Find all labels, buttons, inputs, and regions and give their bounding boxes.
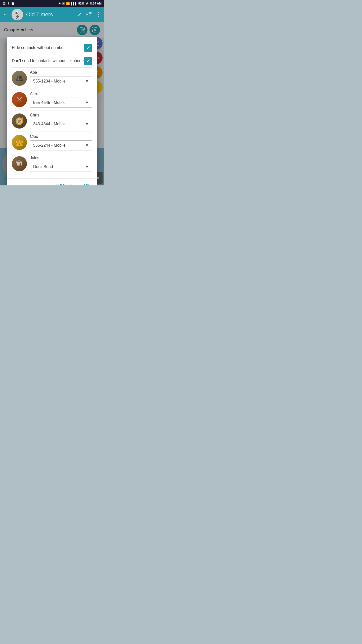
app-bar: ← Old Timers ✓ bbox=[0, 7, 104, 22]
cleo-avatar-face: 👑 bbox=[12, 135, 27, 150]
group-avatar bbox=[12, 9, 23, 20]
app-bar-actions: ✓ ⋮ bbox=[77, 11, 101, 18]
abe-phone-dropdown[interactable]: 555-1234 - Mobile ▼ bbox=[30, 76, 92, 86]
abe-dropdown-arrow: ▼ bbox=[85, 79, 89, 84]
contact-avatar-chris: 🧭 bbox=[12, 113, 27, 129]
svg-point-1 bbox=[15, 11, 19, 15]
chris-phone-value: 343-4344 - Mobile bbox=[33, 122, 66, 126]
chris-dropdown-arrow: ▼ bbox=[85, 122, 89, 126]
jules-dropdown-arrow: ▼ bbox=[85, 165, 89, 169]
send-options-modal: Hide contacts without number ✓ Don't sen… bbox=[7, 37, 97, 185]
contact-avatar-alex: ⚔ bbox=[12, 92, 27, 107]
avatar-svg bbox=[12, 9, 23, 20]
list-view-button[interactable] bbox=[86, 12, 92, 18]
background-content: Group Members bbox=[0, 22, 104, 185]
photo-icon: 🖼 bbox=[3, 2, 6, 5]
contact-row-alex: ⚔ Alex 555-4545 - Mobile ▼ bbox=[12, 89, 92, 110]
nfc-icon: N bbox=[62, 2, 65, 5]
clipboard-icon: 📋 bbox=[11, 2, 15, 5]
contact-name-alex: Alex bbox=[30, 92, 92, 96]
modal-overlay: Hide contacts without number ✓ Don't sen… bbox=[0, 22, 104, 185]
hide-contacts-label: Hide contacts without number bbox=[12, 45, 84, 51]
abe-phone-value: 555-1234 - Mobile bbox=[33, 79, 66, 84]
contact-info-cleo: Cleo 555-2244 - Mobile ▼ bbox=[30, 134, 92, 150]
cancel-button[interactable]: CANCEL bbox=[54, 182, 76, 185]
contact-info-jules: Jules Don't Send ▼ bbox=[30, 156, 92, 172]
contact-row-chris: 🧭 Chris 343-4344 - Mobile ▼ bbox=[12, 110, 92, 132]
signal-icon: ▌▌▌ bbox=[71, 2, 77, 5]
download-icon: ⬇ bbox=[7, 2, 10, 5]
back-button[interactable]: ← bbox=[3, 11, 9, 18]
contact-info-chris: Chris 343-4344 - Mobile ▼ bbox=[30, 113, 92, 129]
page-title: Old Timers bbox=[26, 11, 74, 18]
svg-point-5 bbox=[18, 12, 19, 13]
chris-avatar-face: 🧭 bbox=[12, 113, 27, 129]
jules-phone-dropdown[interactable]: Don't Send ▼ bbox=[30, 162, 92, 172]
modal-body: Hide contacts without number ✓ Don't sen… bbox=[7, 37, 97, 178]
chris-phone-dropdown[interactable]: 343-4344 - Mobile ▼ bbox=[30, 119, 92, 129]
contact-name-jules: Jules bbox=[30, 156, 92, 160]
contact-name-abe: Abe bbox=[30, 70, 92, 75]
more-options-button[interactable]: ⋮ bbox=[96, 11, 101, 18]
contact-info-alex: Alex 555-4545 - Mobile ▼ bbox=[30, 92, 92, 108]
contact-row-abe: 🎩 Abe 555-1234 - Mobile ▼ bbox=[12, 67, 92, 89]
status-bar: 🖼 ⬇ 📋 ✦ N 📶 ▌▌▌ 92% ⚡ 8:54 AM bbox=[0, 0, 104, 7]
confirm-button[interactable]: ✓ bbox=[77, 11, 82, 18]
contact-info-abe: Abe 555-1234 - Mobile ▼ bbox=[30, 70, 92, 86]
contact-row-jules: 🏛 Jules Don't Send ▼ bbox=[12, 153, 92, 174]
modal-footer: CANCEL OK bbox=[7, 178, 97, 185]
time-display: 8:54 AM bbox=[90, 2, 102, 5]
contact-avatar-jules: 🏛 bbox=[12, 156, 27, 171]
cleo-dropdown-arrow: ▼ bbox=[85, 143, 89, 148]
dont-send-option: Don't send to contacts without cellphone… bbox=[12, 54, 92, 67]
bluetooth-icon: ✦ bbox=[58, 2, 61, 5]
alex-phone-value: 555-4545 - Mobile bbox=[33, 100, 66, 105]
hide-contacts-option: Hide contacts without number ✓ bbox=[12, 41, 92, 54]
svg-rect-12 bbox=[86, 14, 88, 16]
alex-dropdown-arrow: ▼ bbox=[85, 100, 89, 105]
cleo-phone-value: 555-2244 - Mobile bbox=[33, 143, 66, 148]
ok-button[interactable]: OK bbox=[82, 182, 92, 185]
contact-avatar-cleo: 👑 bbox=[12, 135, 27, 150]
dont-send-label: Don't send to contacts without cellphone bbox=[12, 58, 84, 64]
contact-row-cleo: 👑 Cleo 555-2244 - Mobile ▼ bbox=[12, 132, 92, 153]
abe-avatar-face: 🎩 bbox=[12, 71, 27, 86]
jules-phone-value: Don't Send bbox=[33, 165, 53, 169]
jules-avatar-face: 🏛 bbox=[12, 156, 27, 171]
contact-name-chris: Chris bbox=[30, 113, 92, 117]
battery-icon: ⚡ bbox=[85, 2, 89, 5]
contact-avatar-abe: 🎩 bbox=[12, 71, 27, 86]
status-right-icons: ✦ N 📶 ▌▌▌ 92% ⚡ 8:54 AM bbox=[58, 2, 102, 5]
status-left-icons: 🖼 ⬇ 📋 bbox=[3, 2, 15, 5]
hide-contacts-checkbox[interactable]: ✓ bbox=[84, 44, 92, 52]
svg-rect-11 bbox=[86, 12, 88, 14]
wifi-icon: 📶 bbox=[66, 2, 70, 5]
dont-send-checkbox[interactable]: ✓ bbox=[84, 57, 92, 65]
battery-text: 92% bbox=[78, 2, 84, 5]
cleo-phone-dropdown[interactable]: 555-2244 - Mobile ▼ bbox=[30, 140, 92, 150]
list-view-icon bbox=[86, 12, 92, 16]
contact-name-cleo: Cleo bbox=[30, 134, 92, 139]
alex-avatar-face: ⚔ bbox=[12, 92, 27, 107]
alex-phone-dropdown[interactable]: 555-4545 - Mobile ▼ bbox=[30, 98, 92, 108]
svg-point-4 bbox=[16, 12, 17, 13]
